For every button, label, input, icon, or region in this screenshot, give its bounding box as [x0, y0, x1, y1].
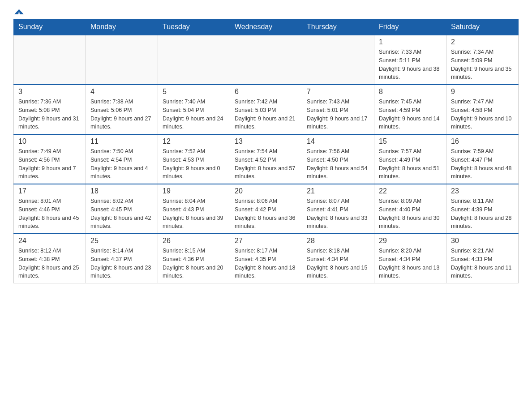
calendar-week-row: 24Sunrise: 8:12 AMSunset: 4:38 PMDayligh…: [14, 234, 519, 283]
calendar-table: Sunday Monday Tuesday Wednesday Thursday…: [13, 19, 519, 283]
day-info: Sunrise: 8:06 AMSunset: 4:42 PMDaylight:…: [235, 197, 297, 231]
day-number: 25: [90, 237, 153, 245]
calendar-week-row: 10Sunrise: 7:49 AMSunset: 4:56 PMDayligh…: [14, 134, 519, 184]
day-info: Sunrise: 8:17 AMSunset: 4:35 PMDaylight:…: [235, 247, 297, 280]
calendar-cell: 18Sunrise: 8:02 AMSunset: 4:45 PMDayligh…: [86, 184, 158, 234]
day-info: Sunrise: 8:14 AMSunset: 4:37 PMDaylight:…: [90, 247, 153, 280]
calendar-cell: 24Sunrise: 8:12 AMSunset: 4:38 PMDayligh…: [14, 234, 86, 283]
calendar-cell: 10Sunrise: 7:49 AMSunset: 4:56 PMDayligh…: [14, 134, 86, 184]
day-info: Sunrise: 7:57 AMSunset: 4:49 PMDaylight:…: [379, 147, 442, 181]
calendar-cell: [14, 35, 86, 85]
day-number: 8: [379, 88, 442, 96]
calendar-cell: 3Sunrise: 7:36 AMSunset: 5:08 PMDaylight…: [14, 85, 86, 134]
calendar-week-row: 1Sunrise: 7:33 AMSunset: 5:11 PMDaylight…: [14, 35, 519, 85]
day-info: Sunrise: 8:12 AMSunset: 4:38 PMDaylight:…: [18, 247, 81, 280]
day-info: Sunrise: 7:42 AMSunset: 5:03 PMDaylight:…: [235, 98, 297, 131]
calendar-cell: 14Sunrise: 7:56 AMSunset: 4:50 PMDayligh…: [302, 134, 374, 184]
day-number: 11: [90, 137, 153, 146]
calendar-cell: 30Sunrise: 8:21 AMSunset: 4:33 PMDayligh…: [446, 234, 519, 283]
day-info: Sunrise: 7:54 AMSunset: 4:52 PMDaylight:…: [235, 147, 297, 181]
day-number: 29: [379, 237, 442, 245]
day-number: 23: [451, 187, 514, 195]
day-info: Sunrise: 7:49 AMSunset: 4:56 PMDaylight:…: [18, 147, 81, 181]
header-thursday: Thursday: [302, 19, 374, 35]
day-number: 1: [379, 38, 442, 46]
calendar-cell: [158, 35, 230, 85]
calendar-cell: 25Sunrise: 8:14 AMSunset: 4:37 PMDayligh…: [86, 234, 158, 283]
day-info: Sunrise: 7:50 AMSunset: 4:54 PMDaylight:…: [90, 147, 153, 181]
day-number: 18: [90, 187, 153, 195]
calendar-cell: 26Sunrise: 8:15 AMSunset: 4:36 PMDayligh…: [158, 234, 230, 283]
calendar-cell: 20Sunrise: 8:06 AMSunset: 4:42 PMDayligh…: [230, 184, 302, 234]
day-info: Sunrise: 7:52 AMSunset: 4:53 PMDaylight:…: [163, 147, 225, 181]
day-info: Sunrise: 7:59 AMSunset: 4:47 PMDaylight:…: [451, 147, 514, 181]
day-number: 7: [307, 88, 369, 96]
calendar-cell: 2Sunrise: 7:34 AMSunset: 5:09 PMDaylight…: [446, 35, 519, 85]
day-info: Sunrise: 8:20 AMSunset: 4:34 PMDaylight:…: [379, 247, 442, 280]
day-info: Sunrise: 8:21 AMSunset: 4:33 PMDaylight:…: [451, 247, 514, 280]
calendar-cell: 17Sunrise: 8:01 AMSunset: 4:46 PMDayligh…: [14, 184, 86, 234]
calendar-cell: [230, 35, 302, 85]
calendar-cell: 6Sunrise: 7:42 AMSunset: 5:03 PMDaylight…: [230, 85, 302, 134]
calendar-week-row: 3Sunrise: 7:36 AMSunset: 5:08 PMDaylight…: [14, 85, 519, 134]
calendar-cell: [302, 35, 374, 85]
day-info: Sunrise: 8:02 AMSunset: 4:45 PMDaylight:…: [90, 197, 153, 231]
calendar-cell: 9Sunrise: 7:47 AMSunset: 4:58 PMDaylight…: [446, 85, 519, 134]
day-number: 30: [451, 237, 514, 245]
day-number: 4: [90, 88, 153, 96]
day-info: Sunrise: 7:38 AMSunset: 5:06 PMDaylight:…: [90, 98, 153, 131]
day-info: Sunrise: 8:04 AMSunset: 4:43 PMDaylight:…: [163, 197, 225, 231]
day-number: 13: [235, 137, 297, 146]
day-number: 27: [235, 237, 297, 245]
day-number: 5: [163, 88, 225, 96]
calendar-cell: 23Sunrise: 8:11 AMSunset: 4:39 PMDayligh…: [446, 184, 519, 234]
day-info: Sunrise: 8:09 AMSunset: 4:40 PMDaylight:…: [379, 197, 442, 231]
calendar-cell: [86, 35, 158, 85]
calendar-cell: 15Sunrise: 7:57 AMSunset: 4:49 PMDayligh…: [374, 134, 446, 184]
header-tuesday: Tuesday: [158, 19, 230, 35]
calendar-cell: 7Sunrise: 7:43 AMSunset: 5:01 PMDaylight…: [302, 85, 374, 134]
day-number: 26: [163, 237, 225, 245]
day-info: Sunrise: 8:15 AMSunset: 4:36 PMDaylight:…: [163, 247, 225, 280]
day-info: Sunrise: 7:34 AMSunset: 5:09 PMDaylight:…: [451, 48, 514, 81]
day-info: Sunrise: 8:11 AMSunset: 4:39 PMDaylight:…: [451, 197, 514, 231]
day-number: 2: [451, 38, 514, 46]
logo: [13, 9, 24, 14]
weekday-header-row: Sunday Monday Tuesday Wednesday Thursday…: [14, 19, 519, 35]
day-info: Sunrise: 7:43 AMSunset: 5:01 PMDaylight:…: [307, 98, 369, 131]
day-number: 22: [379, 187, 442, 195]
day-number: 9: [451, 88, 514, 96]
calendar-cell: 12Sunrise: 7:52 AMSunset: 4:53 PMDayligh…: [158, 134, 230, 184]
day-info: Sunrise: 7:45 AMSunset: 4:59 PMDaylight:…: [379, 98, 442, 131]
calendar-cell: 8Sunrise: 7:45 AMSunset: 4:59 PMDaylight…: [374, 85, 446, 134]
calendar-cell: 19Sunrise: 8:04 AMSunset: 4:43 PMDayligh…: [158, 184, 230, 234]
calendar-cell: 13Sunrise: 7:54 AMSunset: 4:52 PMDayligh…: [230, 134, 302, 184]
calendar-cell: 22Sunrise: 8:09 AMSunset: 4:40 PMDayligh…: [374, 184, 446, 234]
calendar-week-row: 17Sunrise: 8:01 AMSunset: 4:46 PMDayligh…: [14, 184, 519, 234]
calendar-cell: 11Sunrise: 7:50 AMSunset: 4:54 PMDayligh…: [86, 134, 158, 184]
calendar-cell: 28Sunrise: 8:18 AMSunset: 4:34 PMDayligh…: [302, 234, 374, 283]
day-number: 15: [379, 137, 442, 146]
day-number: 19: [163, 187, 225, 195]
day-number: 6: [235, 88, 297, 96]
day-info: Sunrise: 7:33 AMSunset: 5:11 PMDaylight:…: [379, 48, 442, 81]
day-info: Sunrise: 7:40 AMSunset: 5:04 PMDaylight:…: [163, 98, 225, 131]
calendar-cell: 5Sunrise: 7:40 AMSunset: 5:04 PMDaylight…: [158, 85, 230, 134]
calendar-cell: 1Sunrise: 7:33 AMSunset: 5:11 PMDaylight…: [374, 35, 446, 85]
day-number: 28: [307, 237, 369, 245]
day-info: Sunrise: 8:07 AMSunset: 4:41 PMDaylight:…: [307, 197, 369, 231]
header-sunday: Sunday: [14, 19, 86, 35]
page-header: [13, 9, 519, 14]
header-wednesday: Wednesday: [230, 19, 302, 35]
day-number: 16: [451, 137, 514, 146]
calendar-cell: 4Sunrise: 7:38 AMSunset: 5:06 PMDaylight…: [86, 85, 158, 134]
day-number: 10: [18, 137, 81, 146]
day-info: Sunrise: 7:47 AMSunset: 4:58 PMDaylight:…: [451, 98, 514, 131]
header-monday: Monday: [86, 19, 158, 35]
calendar-cell: 29Sunrise: 8:20 AMSunset: 4:34 PMDayligh…: [374, 234, 446, 283]
day-number: 21: [307, 187, 369, 195]
calendar-cell: 27Sunrise: 8:17 AMSunset: 4:35 PMDayligh…: [230, 234, 302, 283]
header-friday: Friday: [374, 19, 446, 35]
day-number: 17: [18, 187, 81, 195]
day-info: Sunrise: 8:18 AMSunset: 4:34 PMDaylight:…: [307, 247, 369, 280]
